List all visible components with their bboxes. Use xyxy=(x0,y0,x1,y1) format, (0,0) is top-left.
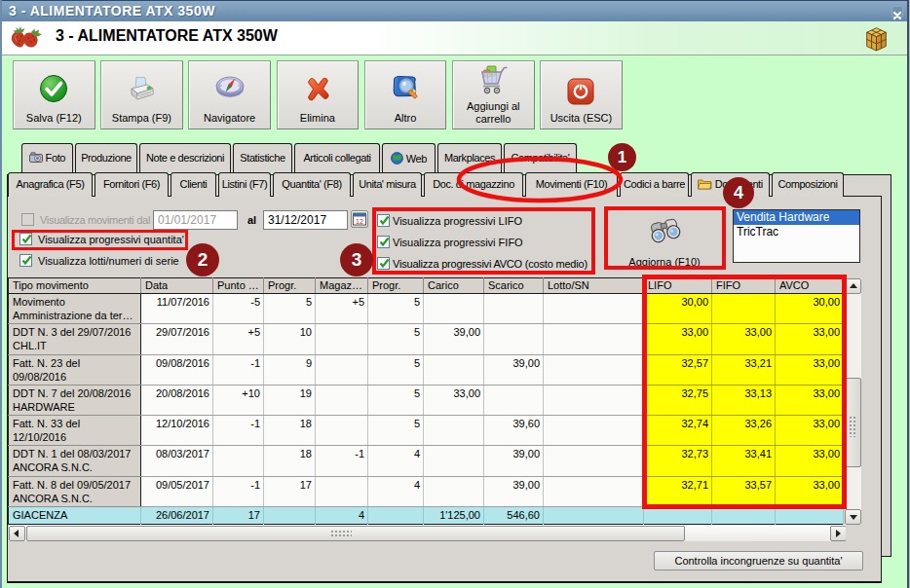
svg-text:12: 12 xyxy=(356,218,363,225)
